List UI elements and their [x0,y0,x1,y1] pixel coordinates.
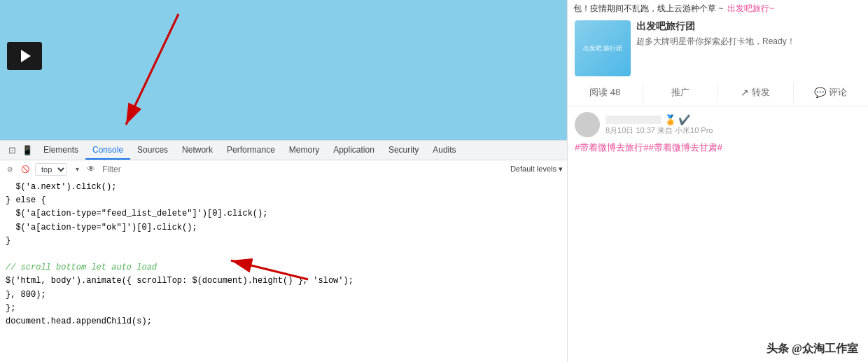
action-bar: 阅读 48 推广 ↗ 转发 💬 评论 [568,79,868,106]
read-count: 阅读 48 [568,82,643,103]
canvas-area [0,0,567,140]
video-player[interactable] [7,42,42,70]
code-line-1: $('a.next').click(); [6,181,561,194]
ad-image-label: 出发吧 旅行团 [580,41,626,56]
top-text-area: 包！疫情期间不乱跑，线上云游种个草 ~ 出发吧旅行~ [568,0,868,18]
tab-sources[interactable]: Sources [130,141,175,160]
context-dropdown-icon[interactable]: ▾ [71,164,83,175]
tab-network[interactable]: Network [175,141,220,160]
code-line-4: $('a[action-type="ok"]')[0].click(); [6,221,561,235]
ad-description: 超多大牌明星带你探索必打卡地，Ready！ [636,36,861,48]
filter-input[interactable] [102,165,506,174]
tab-security[interactable]: Security [382,141,426,160]
code-line-11: document.head.appendChild(s); [6,315,561,328]
ad-image[interactable]: 出发吧 旅行团 [575,20,631,76]
top-link[interactable]: 出发吧旅行~ [727,3,774,15]
right-sidebar: 包！疫情期间不乱跑，线上云游种个草 ~ 出发吧旅行~ 出发吧 旅行团 出发吧旅行… [567,0,868,362]
watermark: 头条 @众淘工作室 [766,342,858,356]
console-output: $('a.next').click(); } else { $('a[actio… [0,178,567,362]
play-icon [21,50,31,62]
tab-list: Elements Console Sources Network Perform… [36,141,463,160]
device-icon[interactable]: 📱 [21,144,34,157]
code-line-8: $('html, body').animate({ scrollTop: $(d… [6,274,561,288]
post-content: #带着微博去旅行##带着微博去甘肃# [575,141,861,154]
user-info: 🏅 ✔️ 8月10日 10:37 来自 小米10 Pro [606,114,861,136]
default-levels-dropdown[interactable]: Default levels ▾ [510,165,563,174]
ad-banner: 出发吧 旅行团 出发吧旅行团 超多大牌明星带你探索必打卡地，Ready！ [568,18,868,79]
arrow-1 [0,0,567,140]
comment-btn[interactable]: 💬 评论 [793,82,869,103]
ad-title: 出发吧旅行团 [636,20,861,33]
inspect-icon[interactable]: ⊡ [6,144,18,157]
code-line-2: } else { [6,194,561,207]
code-line-10: }; [6,302,561,315]
clear-icon[interactable]: 🚫 [20,164,31,175]
code-line-5: } [6,235,561,248]
svg-line-1 [126,14,178,125]
tab-console[interactable]: Console [85,141,130,160]
tab-audits[interactable]: Audits [426,141,463,160]
user-post: 🏅 ✔️ 8月10日 10:37 来自 小米10 Pro #带着微博去旅行##带… [568,106,868,362]
code-line-7: // scroll bottom let auto load [6,261,561,274]
top-text: 包！疫情期间不乱跑，线上云游种个草 ~ [573,3,723,15]
user-header: 🏅 ✔️ 8月10日 10:37 来自 小米10 Pro [575,112,861,137]
devtools-panel: ⊡ 📱 Elements Console Sources Network [0,140,567,362]
user-avatar [575,112,600,137]
badge-verified: ✔️ [678,114,690,125]
user-name [606,116,662,124]
badge-vip: 🏅 [664,114,676,125]
context-selector[interactable]: top [35,163,67,176]
tab-elements[interactable]: Elements [36,141,85,160]
devtools-tab-bar: ⊡ 📱 Elements Console Sources Network [0,140,567,160]
code-line-9: }, 800); [6,288,561,302]
eye-icon[interactable]: 👁 [87,164,98,175]
user-badges: 🏅 ✔️ [664,114,690,125]
ad-text: 出发吧旅行团 超多大牌明星带你探索必打卡地，Ready！ [636,20,861,48]
tab-memory[interactable]: Memory [282,141,326,160]
ban-icon[interactable]: ⊘ [4,164,15,175]
post-time: 8月10日 10:37 来自 小米10 Pro [606,125,861,136]
tab-application[interactable]: Application [326,141,382,160]
repost-btn[interactable]: ↗ 转发 [718,82,793,103]
code-line-3: $('a[action-type="feed_list_delete"]')[0… [6,207,561,221]
promote-btn[interactable]: 推广 [643,82,718,103]
tab-performance[interactable]: Performance [220,141,282,160]
code-line-6 [6,248,561,261]
console-filter-bar: ⊘ 🚫 top ▾ 👁 Default levels ▾ [0,160,567,178]
